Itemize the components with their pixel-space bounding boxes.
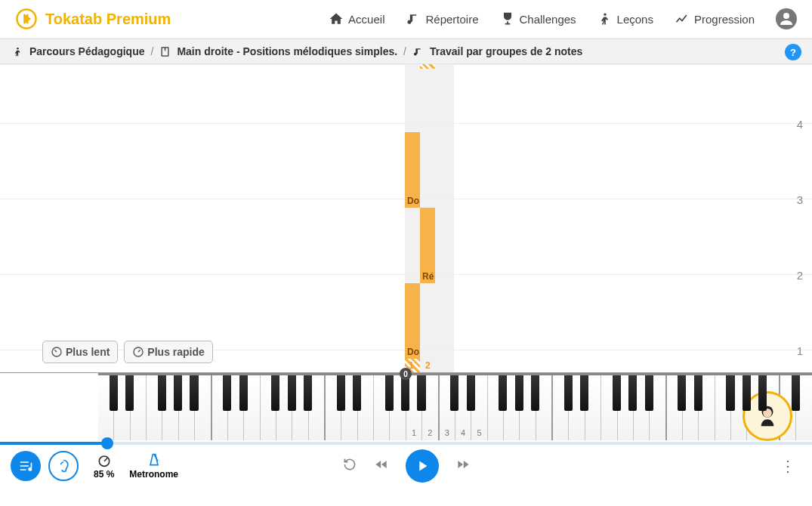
- white-key[interactable]: [667, 375, 683, 440]
- note-re: Ré: [420, 208, 435, 283]
- black-key[interactable]: [758, 375, 767, 411]
- black-key[interactable]: [743, 375, 751, 411]
- nav-lessons-label: Leçons: [617, 13, 653, 26]
- black-key[interactable]: [385, 375, 394, 411]
- black-key[interactable]: [337, 375, 345, 411]
- svg-point-3: [17, 47, 19, 49]
- tempo-slower-button[interactable]: Plus lent: [42, 341, 118, 363]
- sheet-toggle-button[interactable]: [11, 451, 41, 481]
- black-key[interactable]: [467, 375, 475, 411]
- breadcrumb-level3[interactable]: Travail par groupes de 2 notes: [430, 45, 582, 57]
- metronome-toggle[interactable]: Metronome: [129, 452, 178, 480]
- black-key[interactable]: [613, 375, 621, 411]
- black-key[interactable]: [694, 375, 702, 411]
- white-key[interactable]: [601, 375, 617, 440]
- black-key[interactable]: [158, 375, 166, 411]
- note-fragment: [420, 64, 435, 69]
- black-key[interactable]: [515, 375, 523, 411]
- main-nav: Accueil Répertoire Challenges Leçons Pro…: [329, 8, 797, 29]
- help-icon[interactable]: ?: [785, 44, 801, 60]
- piano-keyboard[interactable]: 12345: [98, 373, 812, 440]
- player-bar: 85 % Metronome ⋮: [0, 445, 812, 487]
- black-key[interactable]: [450, 375, 458, 411]
- svg-point-2: [783, 13, 789, 19]
- brand-name: Tokatab Premium: [45, 11, 171, 28]
- black-key[interactable]: [288, 375, 296, 411]
- speed-value: 85 %: [94, 469, 114, 480]
- beat-2: 2: [797, 269, 803, 282]
- white-key[interactable]: [326, 375, 341, 440]
- white-key[interactable]: [715, 375, 731, 440]
- black-key[interactable]: [190, 375, 198, 411]
- nav-home[interactable]: Accueil: [329, 11, 384, 26]
- black-key[interactable]: [499, 375, 507, 411]
- black-key[interactable]: [645, 375, 653, 411]
- logo-area[interactable]: Tokatab Premium: [15, 8, 171, 30]
- white-key[interactable]: 3: [440, 375, 455, 440]
- nav-progression[interactable]: Progression: [675, 11, 755, 26]
- white-key[interactable]: [147, 375, 162, 440]
- breadcrumb: Parcours Pédagogique / Main droite - Pos…: [0, 39, 812, 64]
- note-roll: 4 3 2 1 Do Ré Do 1 2 Plus lent Plus rapi…: [0, 64, 812, 372]
- svg-point-1: [604, 14, 606, 16]
- white-key[interactable]: [488, 375, 504, 440]
- black-key[interactable]: [125, 375, 134, 411]
- topbar: Tokatab Premium Accueil Répertoire Chall…: [0, 0, 812, 39]
- replay-button[interactable]: [342, 457, 357, 475]
- svg-rect-5: [165, 47, 165, 50]
- white-key[interactable]: [553, 375, 569, 440]
- beatmark-2: 2: [425, 360, 431, 371]
- logo-icon: [15, 8, 38, 30]
- black-key[interactable]: [304, 375, 312, 411]
- breadcrumb-sep: /: [150, 45, 153, 57]
- nav-repertoire[interactable]: Répertoire: [406, 11, 478, 26]
- black-key[interactable]: [628, 375, 637, 411]
- middle-c-marker: 0: [400, 368, 412, 380]
- forward-button[interactable]: [455, 457, 471, 475]
- black-key[interactable]: [239, 375, 248, 411]
- metronome-label: Metronome: [129, 469, 178, 480]
- black-key[interactable]: [580, 375, 588, 411]
- more-menu[interactable]: ⋮: [780, 457, 795, 475]
- nav-challenges[interactable]: Challenges: [500, 11, 576, 26]
- black-key[interactable]: [110, 375, 118, 411]
- beat-1: 1: [797, 344, 803, 357]
- nav-lessons[interactable]: Leçons: [597, 11, 653, 26]
- nav-challenges-label: Challenges: [520, 13, 576, 26]
- black-key[interactable]: [271, 375, 279, 411]
- beat-4: 4: [797, 118, 803, 131]
- black-key[interactable]: [678, 375, 686, 411]
- nav-repertoire-label: Répertoire: [425, 13, 478, 26]
- black-key[interactable]: [564, 375, 573, 411]
- rewind-button[interactable]: [374, 457, 389, 475]
- black-key[interactable]: [353, 375, 361, 411]
- nav-progression-label: Progression: [694, 13, 755, 26]
- nav-home-label: Accueil: [348, 13, 384, 26]
- breadcrumb-level2[interactable]: Main droite - Positions mélodiques simpl…: [177, 45, 397, 57]
- black-key[interactable]: [417, 375, 425, 411]
- play-button[interactable]: [406, 449, 439, 483]
- tempo-faster-button[interactable]: Plus rapide: [124, 341, 212, 363]
- black-key[interactable]: [223, 375, 231, 411]
- speed-indicator[interactable]: 85 %: [94, 452, 114, 480]
- black-key[interactable]: [401, 375, 409, 411]
- black-key[interactable]: [726, 375, 734, 411]
- white-key[interactable]: [261, 375, 276, 440]
- white-key[interactable]: [374, 375, 390, 440]
- white-key[interactable]: [212, 375, 228, 440]
- ear-training-button[interactable]: [48, 451, 79, 481]
- white-key[interactable]: [98, 375, 114, 440]
- black-key[interactable]: [531, 375, 539, 411]
- beat-3: 3: [797, 193, 803, 206]
- black-key[interactable]: [792, 375, 800, 411]
- black-key[interactable]: [174, 375, 182, 411]
- keyboard-area: 0 12345: [0, 372, 812, 440]
- breadcrumb-level1[interactable]: Parcours Pédagogique: [29, 45, 144, 57]
- breadcrumb-sep: /: [403, 45, 406, 57]
- user-menu[interactable]: [776, 8, 797, 29]
- note-do-2: Do: [405, 132, 420, 208]
- note-do-3: Do: [405, 283, 420, 359]
